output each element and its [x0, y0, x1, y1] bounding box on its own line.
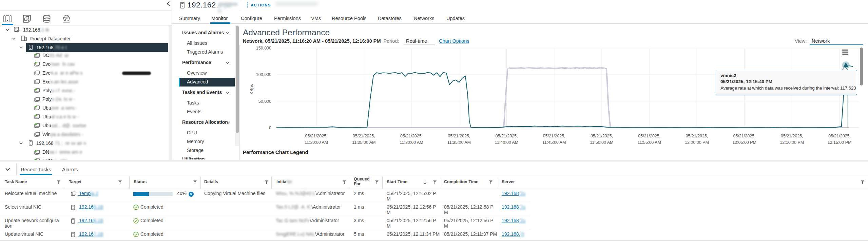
svg-text:11:20:00 AM: 11:20:00 AM	[305, 140, 328, 145]
svg-text:11:40:00 AM: 11:40:00 AM	[495, 140, 518, 145]
svg-text:05/21/2025,: 05/21/2025,	[400, 134, 423, 138]
svg-text:100,000: 100,000	[256, 72, 271, 77]
svg-text:11:45:00 AM: 11:45:00 AM	[542, 140, 566, 145]
svg-text:05/21/2025,: 05/21/2025,	[733, 134, 756, 138]
svg-text:12:00:00 PM: 12:00:00 PM	[685, 140, 709, 145]
svg-text:05/21/2025,: 05/21/2025,	[353, 134, 375, 138]
svg-text:11:55:00 AM: 11:55:00 AM	[638, 140, 661, 145]
svg-text:05/21/2025,: 05/21/2025,	[686, 134, 708, 138]
svg-text:05/21/2025,: 05/21/2025,	[638, 134, 660, 138]
svg-text:KBps: KBps	[249, 84, 254, 95]
svg-text:05/21/2025,: 05/21/2025,	[305, 134, 328, 138]
svg-text:0: 0	[269, 126, 271, 130]
svg-text:12:05:00 PM: 12:05:00 PM	[732, 140, 756, 145]
svg-text:12:10:00 PM: 12:10:00 PM	[780, 140, 804, 145]
svg-text:11:35:00 AM: 11:35:00 AM	[447, 140, 471, 145]
svg-text:11:25:00 AM: 11:25:00 AM	[352, 140, 375, 145]
svg-text:12:15:00 PM: 12:15:00 PM	[828, 140, 852, 145]
svg-text:05/21/2025,: 05/21/2025,	[828, 134, 851, 138]
svg-text:11:50:00 AM: 11:50:00 AM	[590, 140, 613, 145]
svg-text:05/21/2025,: 05/21/2025,	[495, 134, 518, 138]
svg-text:150,000: 150,000	[256, 46, 271, 51]
svg-text:50,000: 50,000	[258, 99, 271, 104]
svg-text:05/21/2025,: 05/21/2025,	[543, 134, 565, 138]
svg-text:05/21/2025,: 05/21/2025,	[591, 134, 613, 138]
svg-text:05/21/2025,: 05/21/2025,	[781, 134, 803, 138]
svg-text:05/21/2025,: 05/21/2025,	[448, 134, 470, 138]
svg-text:11:30:00 AM: 11:30:00 AM	[400, 140, 423, 145]
